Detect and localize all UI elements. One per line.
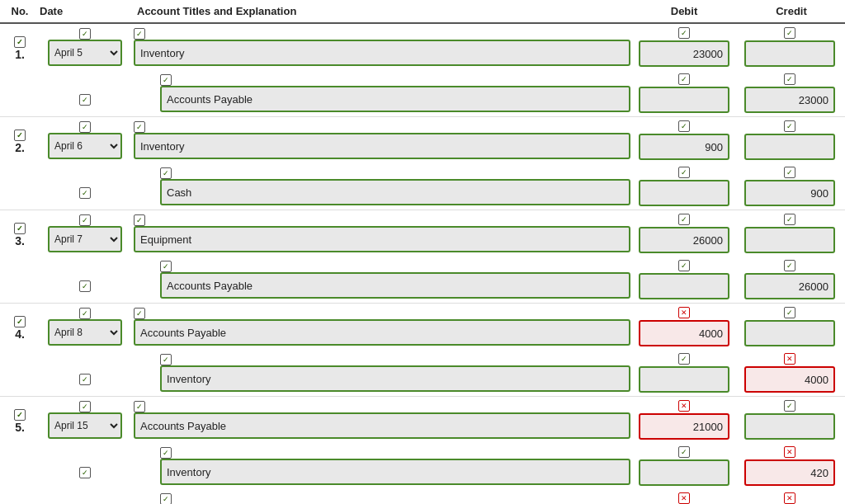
date-checkbox[interactable] bbox=[79, 121, 91, 133]
date-select[interactable]: April 6 bbox=[48, 133, 122, 159]
credit-checkbox[interactable] bbox=[784, 167, 795, 178]
date-select[interactable]: April 15 bbox=[48, 412, 122, 439]
checkbox[interactable] bbox=[14, 409, 26, 421]
title-input[interactable] bbox=[134, 319, 630, 346]
row-checkbox[interactable] bbox=[79, 467, 91, 478]
title-input[interactable] bbox=[160, 179, 630, 205]
credit-cell bbox=[738, 167, 845, 206]
date-checkbox[interactable] bbox=[79, 308, 91, 319]
credit-input[interactable] bbox=[744, 320, 835, 346]
debit-checkbox[interactable] bbox=[678, 167, 690, 178]
debit-input[interactable] bbox=[639, 320, 729, 346]
debit-cell bbox=[630, 492, 738, 504]
entry-group: 2.April 6 bbox=[0, 117, 845, 210]
date-checkbox[interactable] bbox=[79, 28, 91, 40]
title-input[interactable] bbox=[160, 86, 630, 112]
debit-input[interactable] bbox=[639, 87, 729, 113]
error-badge-debit[interactable] bbox=[678, 307, 690, 318]
credit-checkbox[interactable] bbox=[784, 73, 795, 85]
error-badge-credit[interactable] bbox=[784, 446, 795, 458]
debit-checkbox[interactable] bbox=[678, 120, 690, 132]
checkbox[interactable] bbox=[14, 36, 26, 48]
error-badge-credit[interactable] bbox=[784, 353, 795, 365]
title-checkbox[interactable] bbox=[160, 447, 172, 459]
credit-cell bbox=[738, 492, 845, 504]
error-badge-credit[interactable] bbox=[784, 492, 795, 504]
row-checkbox[interactable] bbox=[79, 280, 91, 292]
title-checkbox[interactable] bbox=[134, 28, 145, 40]
table-row bbox=[0, 163, 845, 210]
debit-input[interactable] bbox=[639, 134, 729, 160]
date-select[interactable]: April 5 bbox=[48, 40, 122, 66]
debit-checkbox[interactable] bbox=[678, 446, 690, 458]
debit-input[interactable] bbox=[639, 413, 729, 440]
entry-number bbox=[0, 92, 40, 95]
debit-checkbox[interactable] bbox=[678, 27, 690, 39]
title-checkbox[interactable] bbox=[160, 493, 172, 504]
title-checkbox[interactable] bbox=[160, 261, 172, 272]
date-cell: April 8 bbox=[40, 308, 130, 346]
title-checkbox[interactable] bbox=[160, 167, 172, 179]
title-input[interactable] bbox=[160, 272, 630, 299]
title-input[interactable] bbox=[134, 133, 630, 159]
credit-input[interactable] bbox=[744, 87, 835, 113]
credit-input[interactable] bbox=[744, 134, 835, 160]
debit-checkbox[interactable] bbox=[678, 73, 690, 85]
credit-cell bbox=[738, 260, 845, 299]
debit-input[interactable] bbox=[639, 40, 729, 67]
error-badge-debit[interactable] bbox=[678, 492, 690, 504]
title-checkbox[interactable] bbox=[134, 121, 145, 133]
debit-input[interactable] bbox=[639, 180, 729, 206]
checkbox[interactable] bbox=[14, 130, 26, 141]
entry-no-label: 4. bbox=[15, 327, 25, 341]
credit-checkbox[interactable] bbox=[784, 27, 795, 39]
credit-input[interactable] bbox=[744, 180, 835, 206]
title-input[interactable] bbox=[160, 365, 630, 392]
title-cell bbox=[130, 28, 630, 66]
entry-number bbox=[0, 371, 40, 374]
credit-input[interactable] bbox=[744, 227, 835, 253]
title-input[interactable] bbox=[134, 40, 630, 66]
entry-group: 3.April 7 bbox=[0, 210, 845, 304]
credit-checkbox[interactable] bbox=[784, 214, 795, 225]
title-checkbox[interactable] bbox=[160, 74, 172, 86]
debit-input[interactable] bbox=[639, 273, 729, 299]
credit-input[interactable] bbox=[744, 366, 835, 393]
credit-input[interactable] bbox=[744, 459, 835, 486]
credit-input[interactable] bbox=[744, 413, 835, 440]
checkbox[interactable] bbox=[14, 223, 26, 234]
row-checkbox[interactable] bbox=[79, 187, 91, 199]
title-checkbox[interactable] bbox=[134, 214, 145, 226]
debit-checkbox[interactable] bbox=[678, 260, 690, 271]
credit-input[interactable] bbox=[744, 273, 835, 299]
entry-number: 1. bbox=[0, 33, 40, 61]
date-select[interactable]: April 7 bbox=[48, 226, 122, 252]
title-checkbox[interactable] bbox=[160, 354, 172, 365]
credit-checkbox[interactable] bbox=[784, 260, 795, 271]
credit-checkbox[interactable] bbox=[784, 307, 795, 318]
debit-input[interactable] bbox=[639, 459, 729, 486]
title-input[interactable] bbox=[160, 459, 630, 485]
debit-input[interactable] bbox=[639, 227, 729, 253]
credit-checkbox[interactable] bbox=[784, 400, 795, 412]
title-input[interactable] bbox=[134, 412, 630, 439]
credit-checkbox[interactable] bbox=[784, 120, 795, 132]
debit-checkbox[interactable] bbox=[678, 353, 690, 365]
debit-cell bbox=[630, 307, 738, 346]
error-badge-debit[interactable] bbox=[678, 400, 690, 412]
date-select[interactable]: April 8 bbox=[48, 319, 122, 346]
title-checkbox[interactable] bbox=[134, 308, 145, 319]
debit-input[interactable] bbox=[639, 366, 729, 393]
credit-input[interactable] bbox=[744, 40, 835, 67]
debit-checkbox[interactable] bbox=[678, 214, 690, 225]
header-debit: Debit bbox=[630, 5, 738, 17]
checkbox[interactable] bbox=[14, 316, 26, 327]
entry-number: 3. bbox=[0, 219, 40, 247]
row-checkbox[interactable] bbox=[79, 374, 91, 385]
title-input[interactable] bbox=[134, 226, 630, 252]
title-cell bbox=[130, 308, 630, 346]
date-checkbox[interactable] bbox=[79, 401, 91, 412]
date-checkbox[interactable] bbox=[79, 214, 91, 226]
title-checkbox[interactable] bbox=[134, 401, 145, 412]
row-checkbox[interactable] bbox=[79, 94, 91, 106]
